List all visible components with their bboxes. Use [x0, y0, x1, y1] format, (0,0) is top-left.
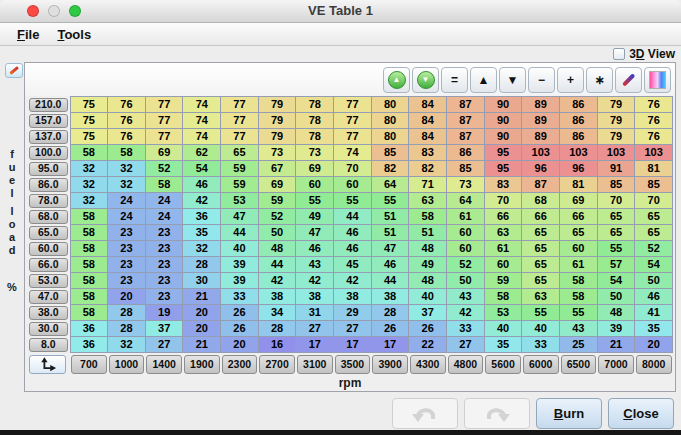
table-cell[interactable]: 47 — [296, 225, 334, 241]
table-cell[interactable]: 64 — [371, 177, 409, 193]
table-cell[interactable]: 35 — [183, 225, 221, 241]
table-cell[interactable]: 26 — [221, 305, 259, 321]
column-header-button[interactable]: 3100 — [297, 355, 333, 374]
table-cell[interactable]: 86 — [560, 129, 598, 145]
table-cell[interactable]: 58 — [70, 241, 108, 257]
table-cell[interactable]: 71 — [409, 177, 447, 193]
table-cell[interactable]: 73 — [258, 145, 296, 161]
table-cell[interactable]: 58 — [70, 273, 108, 289]
table-cell[interactable]: 75 — [70, 113, 108, 129]
row-header-button[interactable]: 60.0 — [29, 242, 68, 256]
table-cell[interactable]: 77 — [334, 129, 372, 145]
table-cell[interactable]: 51 — [371, 225, 409, 241]
table-cell[interactable]: 55 — [296, 193, 334, 209]
table-cell[interactable]: 29 — [334, 305, 372, 321]
table-cell[interactable]: 23 — [108, 225, 146, 241]
table-cell[interactable]: 46 — [334, 225, 372, 241]
table-cell[interactable]: 70 — [484, 193, 522, 209]
table-cell[interactable]: 103 — [560, 145, 598, 161]
table-cell[interactable]: 84 — [409, 113, 447, 129]
table-cell[interactable]: 78 — [296, 113, 334, 129]
row-header-button[interactable]: 8.0 — [29, 338, 68, 352]
table-cell[interactable]: 63 — [522, 289, 560, 305]
table-cell[interactable]: 73 — [296, 145, 334, 161]
table-cell[interactable]: 80 — [371, 97, 409, 113]
table-cell[interactable]: 34 — [258, 305, 296, 321]
table-cell[interactable]: 66 — [522, 209, 560, 225]
asterisk-button[interactable]: ∗ — [586, 67, 613, 93]
table-cell[interactable]: 24 — [108, 209, 146, 225]
table-cell[interactable]: 31 — [296, 305, 334, 321]
table-cell[interactable]: 59 — [258, 193, 296, 209]
table-cell[interactable]: 95 — [484, 145, 522, 161]
table-cell[interactable]: 58 — [70, 289, 108, 305]
table-cell[interactable]: 27 — [145, 337, 183, 353]
column-header-button[interactable]: 4800 — [448, 355, 484, 374]
table-cell[interactable]: 76 — [635, 129, 673, 145]
table-cell[interactable]: 28 — [371, 305, 409, 321]
minimize-window-button[interactable] — [48, 5, 60, 17]
table-cell[interactable]: 54 — [635, 257, 673, 273]
table-cell[interactable]: 58 — [145, 177, 183, 193]
table-cell[interactable]: 23 — [108, 241, 146, 257]
table-cell[interactable]: 79 — [597, 113, 635, 129]
table-cell[interactable]: 60 — [296, 177, 334, 193]
table-cell[interactable]: 17 — [296, 337, 334, 353]
table-cell[interactable]: 39 — [221, 273, 259, 289]
table-cell[interactable]: 96 — [560, 161, 598, 177]
table-cell[interactable]: 70 — [597, 193, 635, 209]
column-header-button[interactable]: 3500 — [335, 355, 371, 374]
row-header-button[interactable]: 65.0 — [29, 226, 68, 240]
table-cell[interactable]: 20 — [221, 337, 259, 353]
table-cell[interactable]: 60 — [334, 177, 372, 193]
table-cell[interactable]: 87 — [447, 129, 485, 145]
table-cell[interactable]: 65 — [597, 209, 635, 225]
table-cell[interactable]: 58 — [70, 257, 108, 273]
table-cell[interactable]: 77 — [145, 113, 183, 129]
table-cell[interactable]: 27 — [447, 337, 485, 353]
table-cell[interactable]: 89 — [522, 97, 560, 113]
table-cell[interactable]: 85 — [597, 177, 635, 193]
column-header-button[interactable]: 8000 — [636, 355, 672, 374]
column-header-button[interactable]: 7000 — [598, 355, 634, 374]
table-cell[interactable]: 50 — [597, 289, 635, 305]
table-cell[interactable]: 52 — [145, 161, 183, 177]
table-cell[interactable]: 55 — [522, 305, 560, 321]
table-cell[interactable]: 24 — [108, 193, 146, 209]
triangle-up-button[interactable]: ▲ — [470, 67, 497, 93]
table-cell[interactable]: 22 — [409, 337, 447, 353]
table-cell[interactable]: 62 — [183, 145, 221, 161]
table-cell[interactable]: 65 — [635, 209, 673, 225]
table-cell[interactable]: 60 — [560, 241, 598, 257]
table-cell[interactable]: 86 — [560, 113, 598, 129]
green-up-button[interactable]: ▲ — [383, 67, 410, 93]
column-header-button[interactable]: 2700 — [259, 355, 295, 374]
table-cell[interactable]: 89 — [522, 113, 560, 129]
table-cell[interactable]: 23 — [108, 257, 146, 273]
table-cell[interactable]: 59 — [221, 161, 259, 177]
table-cell[interactable]: 51 — [371, 209, 409, 225]
row-header-button[interactable]: 78.0 — [29, 194, 68, 208]
table-cell[interactable]: 76 — [635, 97, 673, 113]
table-cell[interactable]: 70 — [334, 161, 372, 177]
table-cell[interactable]: 79 — [258, 113, 296, 129]
table-cell[interactable]: 20 — [183, 321, 221, 337]
table-cell[interactable]: 32 — [70, 161, 108, 177]
3d-view-toggle[interactable]: 3D View — [613, 47, 675, 61]
table-cell[interactable]: 77 — [334, 97, 372, 113]
table-cell[interactable]: 83 — [409, 145, 447, 161]
row-header-button[interactable]: 137.0 — [29, 130, 68, 144]
table-cell[interactable]: 53 — [484, 305, 522, 321]
row-header-button[interactable]: 47.0 — [29, 290, 68, 304]
table-cell[interactable]: 81 — [635, 161, 673, 177]
column-header-button[interactable]: 3900 — [372, 355, 408, 374]
table-cell[interactable]: 91 — [597, 161, 635, 177]
row-header-button[interactable]: 86.0 — [29, 178, 68, 192]
table-cell[interactable]: 50 — [447, 273, 485, 289]
row-header-button[interactable]: 210.0 — [29, 98, 68, 112]
table-cell[interactable]: 49 — [296, 209, 334, 225]
table-cell[interactable]: 59 — [221, 177, 259, 193]
table-cell[interactable]: 83 — [484, 177, 522, 193]
table-cell[interactable]: 58 — [484, 289, 522, 305]
table-cell[interactable]: 69 — [296, 161, 334, 177]
